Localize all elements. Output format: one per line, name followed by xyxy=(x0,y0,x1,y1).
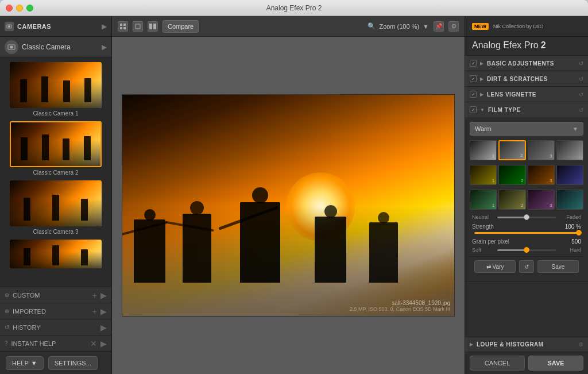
main-photo xyxy=(122,94,455,317)
soft-hard-thumb[interactable] xyxy=(524,247,529,253)
preset-item[interactable]: Classic Camera 1 xyxy=(5,62,107,117)
film-swatch-2[interactable]: 2 xyxy=(498,140,525,160)
film-swatch-9[interactable]: 1 xyxy=(470,190,497,210)
panel-title-bold: 2 xyxy=(541,40,546,51)
compare-button[interactable]: Compare xyxy=(163,20,199,33)
grid-view-icon[interactable] xyxy=(118,21,128,32)
preset-thumbnail[interactable] xyxy=(10,62,102,108)
side-by-side-icon[interactable] xyxy=(148,21,158,32)
custom-icon: ⊕ xyxy=(5,292,9,298)
vary-button[interactable]: ⇄ Vary xyxy=(474,260,516,273)
center-content: Compare 🔍 Zoom (100 %) ▼ 📌 ⚙ xyxy=(112,16,465,374)
svg-point-3 xyxy=(10,45,13,48)
lens-vignette-header[interactable]: ✓ ▶ LENS VIGNETTE ↺ xyxy=(465,87,588,102)
help-arrow-icon: ▼ xyxy=(31,360,37,367)
imported-add-button[interactable]: + xyxy=(92,307,97,316)
badge-sub: Nik Collection by DxO xyxy=(493,24,544,29)
custom-add-button[interactable]: + xyxy=(92,291,97,300)
neutral-label: Neutral xyxy=(472,214,495,220)
film-swatch-6[interactable]: 2 xyxy=(498,165,525,185)
neutral-faded-row: Neutral Faded xyxy=(470,214,583,220)
history-section[interactable]: ↺ HISTORY ▶ xyxy=(0,319,111,335)
film-swatch-4[interactable] xyxy=(556,140,583,160)
lens-vignette-label: LENS VIGNETTE xyxy=(487,91,575,98)
strength-slider[interactable] xyxy=(474,232,579,234)
zoom-arrow-icon: ▼ xyxy=(423,23,429,30)
help-bar: HELP ▼ SETTINGS... xyxy=(0,351,111,374)
minimize-button[interactable] xyxy=(16,5,23,11)
panel-badge: NEW xyxy=(472,23,489,30)
film-type-header[interactable]: ✓ ▼ FILM TYPE ↺ xyxy=(465,102,588,117)
film-swatch-1[interactable]: 1 xyxy=(470,140,497,160)
cameras-arrow-icon: ▶ xyxy=(102,22,107,30)
film-swatch-5[interactable]: 1 xyxy=(470,165,497,185)
save-film-button[interactable]: Save xyxy=(537,260,579,273)
basic-adjustments-checkbox[interactable]: ✓ xyxy=(470,60,477,67)
soft-hard-slider[interactable] xyxy=(497,249,556,251)
grain-row: Grain per pixel 500 xyxy=(470,238,583,245)
pin-icon[interactable]: 📌 xyxy=(434,21,444,32)
svg-rect-9 xyxy=(149,24,152,29)
close-button[interactable] xyxy=(6,5,13,11)
basic-adjustments-chevron-icon: ▶ xyxy=(480,61,483,66)
save-button[interactable]: SAVE xyxy=(528,356,583,371)
fullscreen-button[interactable] xyxy=(26,5,33,11)
camera-avatar xyxy=(5,40,18,54)
lens-vignette-checkbox[interactable]: ✓ xyxy=(470,91,477,98)
instant-help-close-button[interactable]: ✕ xyxy=(90,339,97,348)
film-swatch-10[interactable]: 2 xyxy=(498,190,525,210)
preset-item[interactable] xyxy=(5,240,107,268)
classic-camera-section[interactable]: Classic Camera ▶ xyxy=(0,37,111,57)
film-type-content: Warm ▼ 1 2 3 1 2 3 xyxy=(465,117,588,281)
dirt-scratches-reset-icon[interactable]: ↺ xyxy=(579,76,583,82)
loupe-section[interactable]: ▶ LOUPE & HISTOGRAM ⚙ xyxy=(465,337,588,352)
history-arrow-icon: ▶ xyxy=(100,323,107,332)
reset-film-icon: ↺ xyxy=(524,264,529,270)
film-swatch-7[interactable]: 3 xyxy=(528,165,555,185)
film-type-dropdown[interactable]: Warm ▼ xyxy=(470,122,583,136)
basic-adjustments-header[interactable]: ✓ ▶ BASIC ADJUSTMENTS ↺ xyxy=(465,56,588,71)
preset-item[interactable]: Classic Camera 2 xyxy=(5,121,107,176)
settings-toolbar-icon[interactable]: ⚙ xyxy=(448,21,459,32)
content-toolbar: Compare 🔍 Zoom (100 %) ▼ 📌 ⚙ xyxy=(112,16,465,37)
preset-label: Classic Camera 3 xyxy=(33,229,79,235)
film-swatch-11[interactable]: 3 xyxy=(528,190,555,210)
lens-vignette-reset-icon[interactable]: ↺ xyxy=(579,91,583,98)
preset-thumbnail[interactable] xyxy=(10,240,102,268)
custom-section[interactable]: ⊕ CUSTOM + ▶ xyxy=(0,287,111,303)
main-layout: CAMERAS ▶ Classic Camera ▶ xyxy=(0,16,588,374)
basic-adjustments-reset-icon[interactable]: ↺ xyxy=(579,60,583,67)
preset-thumbnail[interactable] xyxy=(10,180,102,226)
single-view-icon[interactable] xyxy=(133,21,143,32)
neutral-faded-slider[interactable] xyxy=(497,217,556,218)
film-type-checkbox[interactable]: ✓ xyxy=(470,106,477,113)
right-panel: NEW Nik Collection by DxO Analog Efex Pr… xyxy=(465,16,588,374)
film-type-reset-icon[interactable]: ↺ xyxy=(579,107,583,113)
loupe-chevron-icon: ▶ xyxy=(470,342,473,347)
strength-thumb[interactable] xyxy=(576,230,582,236)
cancel-button[interactable]: CANCEL xyxy=(470,356,525,371)
cameras-header: CAMERAS ▶ xyxy=(0,16,111,37)
history-label: HISTORY xyxy=(13,324,97,331)
film-type-section: ✓ ▼ FILM TYPE ↺ Warm ▼ 1 2 3 xyxy=(465,102,588,282)
imported-section[interactable]: ⊕ IMPORTED + ▶ xyxy=(0,303,111,319)
vary-label: Vary xyxy=(493,264,504,270)
instant-help-icon: ? xyxy=(5,340,8,346)
film-swatch-12[interactable] xyxy=(556,190,583,210)
compare-label: Compare xyxy=(168,23,194,30)
neutral-faded-thumb[interactable] xyxy=(524,214,529,220)
presets-list: Classic Camera 1 Classic Camera 2 xyxy=(0,57,111,287)
vary-icon: ⇄ xyxy=(486,264,491,270)
reset-film-button[interactable]: ↺ xyxy=(519,260,534,273)
zoom-icon: 🔍 xyxy=(368,22,376,30)
dirt-scratches-checkbox[interactable]: ✓ xyxy=(470,75,477,82)
instant-help-section[interactable]: ? INSTANT HELP ✕ ▶ xyxy=(0,335,111,351)
preset-thumbnail-selected[interactable] xyxy=(10,121,102,167)
film-swatch-3[interactable]: 3 xyxy=(528,140,555,160)
film-swatch-8[interactable] xyxy=(556,165,583,185)
help-button[interactable]: HELP ▼ xyxy=(6,356,44,370)
loupe-settings-icon[interactable]: ⚙ xyxy=(578,341,583,348)
preset-item[interactable]: Classic Camera 3 xyxy=(5,180,107,235)
settings-button[interactable]: SETTINGS... xyxy=(48,356,98,370)
dirt-scratches-header[interactable]: ✓ ▶ DIRT & SCRATCHES ↺ xyxy=(465,71,588,86)
